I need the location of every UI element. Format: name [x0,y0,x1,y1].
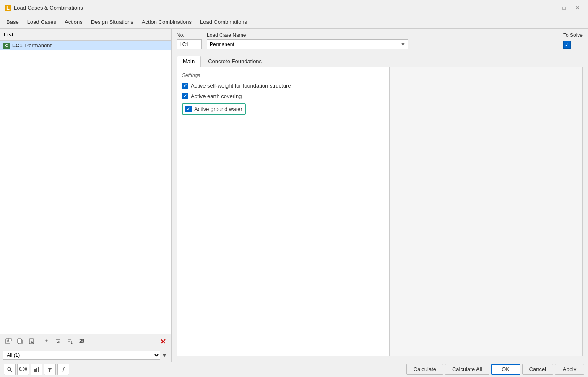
cancel-button[interactable]: Cancel [522,364,553,375]
right-panel: No. Load Case Name Permanent ▼ To Solve [172,29,588,362]
main-window: L Load Cases & Combinations ─ □ ✕ Base L… [0,0,588,377]
menu-load-combinations[interactable]: Load Combinations [196,17,251,27]
settings-label: Settings [182,72,384,78]
cb-earth-covering-label: Active earth covering [191,93,242,99]
tab-concrete-foundations[interactable]: Concrete Foundations [202,56,268,67]
menu-load-cases[interactable]: Load Cases [23,17,60,27]
menu-base[interactable]: Base [2,17,23,27]
cb-self-weight-row: ✓ Active self-weight for foundation stru… [182,83,384,89]
cb-ground-water-wrapper: ✓ Active ground water [182,103,384,119]
svg-marker-28 [48,368,52,372]
sort-button[interactable] [65,336,75,347]
ok-button[interactable]: OK [491,364,520,375]
no-input[interactable] [177,39,202,49]
svg-point-23 [8,367,11,371]
bottom-bar: 0.00 ƒ Calculate Calculate All OK Cancel… [0,362,588,377]
tab-side-panel [389,67,582,356]
menu-action-combinations[interactable]: Action Combinations [138,17,196,27]
value-bottom-icon[interactable]: 0.00 [17,364,29,375]
filter-bottom-icon[interactable] [44,364,56,375]
title-bar: L Load Cases & Combinations ─ □ ✕ [0,0,588,15]
item-id: LC1 [12,42,23,49]
svg-rect-10 [29,339,34,344]
delete-button[interactable] [158,336,169,347]
cb-self-weight[interactable]: ✓ [182,83,188,89]
numbering-button[interactable]: 28 [76,336,87,347]
svg-text:L: L [6,5,10,11]
window-title: Load Cases & Combinations [14,5,83,11]
minimize-button[interactable]: ─ [545,4,557,12]
list-item[interactable]: G LC1 Permanent [0,41,171,50]
new-button[interactable] [3,336,14,347]
no-field: No. [177,32,202,49]
menu-bar: Base Load Cases Actions Design Situation… [0,15,588,29]
tabs-bar: Main Concrete Foundations [172,53,588,67]
list-header: List [0,29,171,41]
filter-select[interactable]: All (1) [3,351,160,360]
load-case-name-wrapper: Permanent ▼ [207,39,408,49]
tab-main-content: Settings ✓ Active self-weight for founda… [177,67,389,356]
separator1 [39,337,39,346]
apply-button[interactable]: Apply [555,364,584,375]
app-icon: L [5,5,11,11]
form-header: No. Load Case Name Permanent ▼ To Solve [172,29,588,53]
tab-main[interactable]: Main [177,56,201,67]
graph-bottom-icon[interactable] [31,364,42,375]
cb-ground-water-row: ✓ Active ground water [182,103,246,115]
svg-rect-27 [38,367,39,372]
cb-ground-water[interactable]: ✓ [185,106,192,112]
copy-button[interactable] [15,336,26,347]
list-content: G LC1 Permanent [0,41,171,334]
close-button[interactable]: ✕ [572,4,583,12]
left-panel: List G LC1 Permanent [0,29,172,362]
search-bottom-icon[interactable] [4,364,16,375]
to-solve-checkbox[interactable]: ✓ [563,41,571,49]
main-content: List G LC1 Permanent [0,29,588,362]
cb-earth-covering[interactable]: ✓ [182,93,188,99]
load-case-name-field: Load Case Name Permanent ▼ [207,32,408,49]
tab-content: Settings ✓ Active self-weight for founda… [177,67,583,356]
cb-ground-water-label: Active ground water [194,106,242,112]
no-label: No. [177,32,202,38]
filter-bar: All (1) ▼ [0,349,171,362]
menu-actions[interactable]: Actions [60,17,87,27]
item-color-label: G [3,43,10,49]
menu-design-situations[interactable]: Design Situations [87,17,138,27]
to-solve-checkmark: ✓ [565,42,569,48]
to-solve-field: To Solve ✓ [563,32,583,49]
svg-rect-26 [36,368,37,372]
maximize-button[interactable]: □ [558,4,570,12]
to-solve-label: To Solve [563,32,583,38]
svg-text:8: 8 [81,338,84,344]
formula-bottom-icon[interactable]: ƒ [57,364,69,375]
import-button[interactable] [26,336,37,347]
load-case-name-select[interactable]: Permanent [207,39,408,49]
left-toolbar: 28 [0,334,171,349]
cb-self-weight-label: Active self-weight for foundation struct… [191,83,291,89]
item-name: Permanent [25,42,52,49]
move-up-button[interactable] [41,336,52,347]
filter-arrow-icon: ▼ [160,351,169,360]
svg-rect-25 [34,369,36,372]
svg-rect-9 [18,339,21,343]
calculate-button[interactable]: Calculate [406,364,443,375]
load-case-name-label: Load Case Name [207,32,408,38]
move-down-button[interactable] [53,336,64,347]
svg-line-24 [10,370,12,372]
calculate-all-button[interactable]: Calculate All [445,364,489,375]
cb-earth-covering-row: ✓ Active earth covering [182,93,384,99]
